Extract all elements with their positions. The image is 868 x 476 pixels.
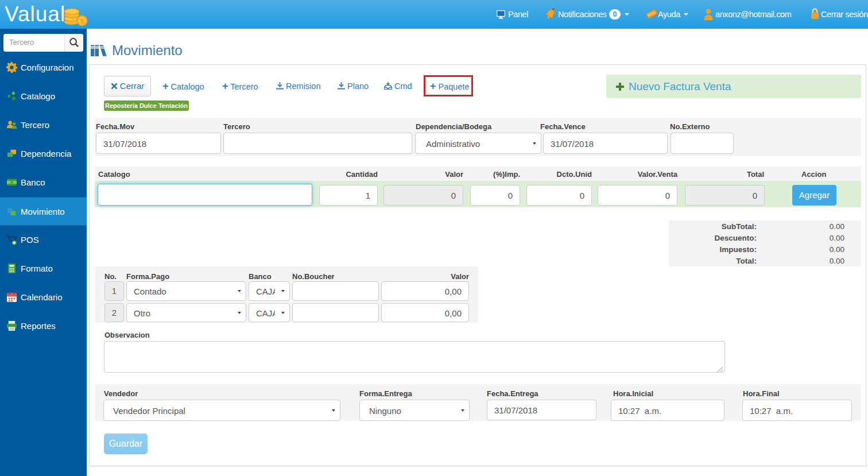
svg-text:$: $ [80,18,84,25]
